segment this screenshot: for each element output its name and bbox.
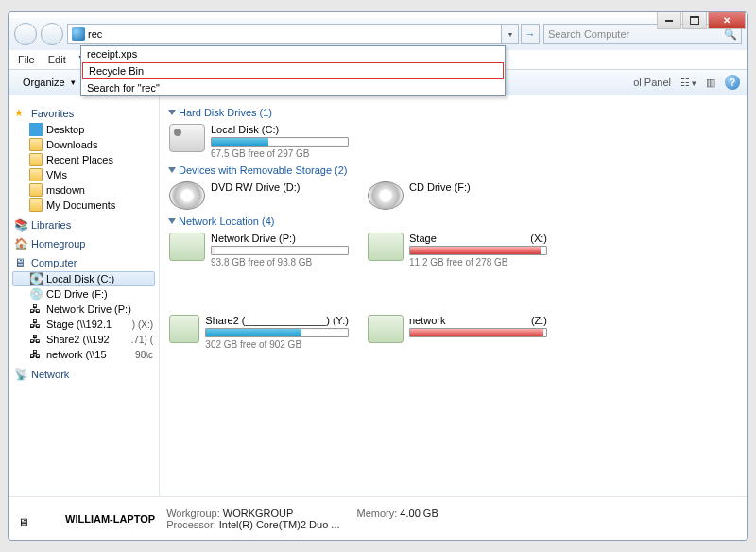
- star-icon: ★: [14, 107, 27, 120]
- window-controls: [657, 12, 746, 29]
- sidebar-item-desktop[interactable]: Desktop: [12, 122, 155, 137]
- favorites-list: Desktop Downloads Recent Places VMs msdo…: [12, 122, 155, 213]
- address-dropdown-button[interactable]: [502, 24, 519, 44]
- autocomplete-item-recycle-bin[interactable]: Recycle Bin: [82, 62, 504, 79]
- search-placeholder: Search Computer: [548, 28, 629, 40]
- hard-disk-icon: [169, 124, 205, 152]
- network-drive-icon: [29, 333, 43, 346]
- sidebar-item-msdown[interactable]: msdown: [12, 182, 155, 198]
- section-network[interactable]: Network Location (4): [169, 216, 738, 227]
- expand-icon: [168, 110, 176, 115]
- main-area: ★Favorites Desktop Downloads Recent Plac…: [9, 95, 747, 496]
- drive-label: Stage(X:): [409, 233, 547, 244]
- network-drive-icon: [169, 233, 205, 261]
- favorites-header[interactable]: ★Favorites: [14, 107, 155, 120]
- back-button[interactable]: [14, 23, 37, 45]
- usage-bar: [211, 137, 349, 147]
- desktop-icon: [29, 123, 43, 136]
- drive-free-text: 302 GB free of 902 GB: [205, 339, 349, 350]
- drive-label: Local Disk (C:): [211, 124, 349, 135]
- folder-icon: [29, 138, 43, 151]
- network-header[interactable]: Network: [14, 368, 155, 381]
- drive-net-p[interactable]: Network Drive (P:) 93.8 GB free of 93.8 …: [169, 233, 349, 267]
- computer-icon: [14, 256, 27, 269]
- disk-icon: [29, 272, 43, 285]
- folder-icon: [29, 183, 43, 197]
- drive-label: network(Z:): [409, 315, 547, 326]
- close-button[interactable]: [708, 12, 746, 29]
- autocomplete-item[interactable]: receipt.xps: [81, 46, 505, 61]
- drive-free-text: 11.2 GB free of 278 GB: [409, 257, 547, 267]
- sidebar-item-cddrive[interactable]: CD Drive (F:): [12, 286, 155, 302]
- drive-label: Share2 (______________) (Y:): [205, 315, 349, 326]
- network-drive-icon: [169, 315, 199, 343]
- sidebar-item-mydocs[interactable]: My Documents: [12, 198, 155, 213]
- sidebar-item-netdrive-p[interactable]: Network Drive (P:): [12, 302, 155, 317]
- address-input[interactable]: rec: [67, 24, 502, 44]
- network-drive-icon: [29, 348, 43, 361]
- go-button[interactable]: →: [521, 24, 540, 44]
- libraries-icon: [14, 218, 27, 232]
- preview-pane-button[interactable]: ▥: [706, 77, 715, 89]
- dvd-icon: [169, 181, 205, 210]
- location-icon: [72, 27, 85, 41]
- folder-icon: [29, 168, 43, 181]
- network-drive-icon: [368, 233, 404, 261]
- address-autocomplete-dropdown: receipt.xps Recycle Bin Search for "rec": [80, 45, 506, 96]
- network-drives: Network Drive (P:) 93.8 GB free of 93.8 …: [169, 233, 738, 350]
- menu-edit[interactable]: Edit: [48, 54, 66, 65]
- expand-icon: [168, 218, 176, 224]
- nav-pane: ★Favorites Desktop Downloads Recent Plac…: [9, 95, 160, 496]
- usage-bar: [211, 246, 349, 255]
- status-details: Workgroup: WORKGROUP Processor: Intel(R)…: [166, 508, 438, 530]
- usage-bar: [409, 246, 547, 255]
- cd-icon: [29, 287, 43, 301]
- drive-dvdrw[interactable]: DVD RW Drive (D:): [169, 181, 349, 210]
- content-pane: Hard Disk Drives (1) Local Disk (C:) 67.…: [160, 95, 747, 496]
- address-text[interactable]: rec: [88, 28, 102, 40]
- sidebar-item-localdisk[interactable]: Local Disk (C:): [12, 271, 155, 286]
- drive-free-text: 67.5 GB free of 297 GB: [211, 148, 349, 159]
- status-bar: WILLIAM-LAPTOP Workgroup: WORKGROUP Proc…: [9, 496, 747, 540]
- sidebar-item-stage[interactable]: Stage (\\192.1) (X:): [12, 317, 155, 332]
- drive-localdisk[interactable]: Local Disk (C:) 67.5 GB free of 297 GB: [169, 124, 349, 159]
- sidebar-item-share2[interactable]: Share2 (\\192.71) (: [12, 332, 155, 347]
- control-panel-link[interactable]: ol Panel: [633, 77, 671, 88]
- drive-network-z[interactable]: network(Z:): [368, 315, 547, 350]
- homegroup-header[interactable]: Homegroup: [14, 237, 155, 250]
- help-button[interactable]: ?: [725, 75, 740, 90]
- maximize-button[interactable]: [682, 12, 707, 29]
- folder-icon: [29, 198, 43, 212]
- folder-icon: [29, 153, 43, 166]
- forward-button[interactable]: [41, 23, 63, 45]
- computer-header[interactable]: Computer: [14, 256, 155, 269]
- sidebar-item-vms[interactable]: VMs: [12, 167, 155, 182]
- computer-name: WILLIAM-LAPTOP: [65, 513, 155, 525]
- toolbar-right: ol Panel ☷ ▥ ?: [633, 75, 740, 90]
- drive-label: CD Drive (F:): [409, 181, 547, 193]
- address-bar-wrap: rec → Search Computer 🔍: [67, 24, 742, 44]
- organize-button[interactable]: Organize: [16, 74, 86, 91]
- minimize-button[interactable]: [657, 12, 681, 29]
- sidebar-item-network-z[interactable]: network (\\1598\c: [12, 347, 155, 362]
- view-options-button[interactable]: ☷: [680, 77, 696, 89]
- network-drive-icon: [29, 318, 43, 331]
- computer-large-icon: [18, 503, 54, 535]
- sidebar-item-recent[interactable]: Recent Places: [12, 152, 155, 167]
- drive-cd[interactable]: CD Drive (F:): [368, 181, 547, 210]
- section-removable[interactable]: Devices with Removable Storage (2): [169, 164, 738, 176]
- sidebar-item-downloads[interactable]: Downloads: [12, 137, 155, 152]
- homegroup-icon: [14, 237, 27, 250]
- computer-list: Local Disk (C:) CD Drive (F:) Network Dr…: [12, 271, 155, 362]
- autocomplete-item-search[interactable]: Search for "rec": [81, 80, 505, 95]
- expand-icon: [168, 167, 176, 173]
- section-hdd[interactable]: Hard Disk Drives (1): [169, 107, 738, 118]
- usage-bar: [409, 328, 547, 337]
- removable-drives: DVD RW Drive (D:) CD Drive (F:): [169, 181, 738, 210]
- libraries-header[interactable]: Libraries: [14, 218, 155, 232]
- network-icon: [14, 368, 27, 381]
- drive-share2[interactable]: Share2 (______________) (Y:) 302 GB free…: [169, 315, 349, 350]
- drive-label: Network Drive (P:): [211, 233, 349, 244]
- menu-file[interactable]: File: [18, 54, 35, 65]
- drive-stage[interactable]: Stage(X:) 11.2 GB free of 278 GB: [368, 233, 547, 267]
